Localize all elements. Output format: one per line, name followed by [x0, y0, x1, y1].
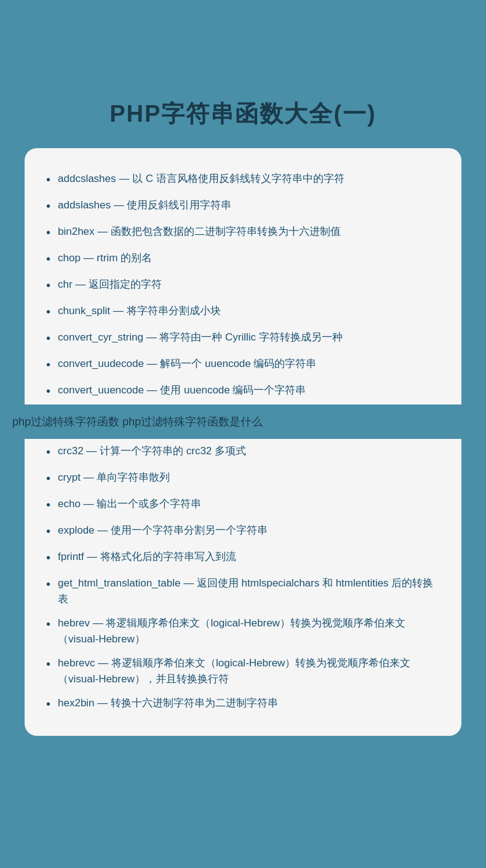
bullet-icon: • [46, 302, 50, 321]
page-background: PHP字符串函数大全(一) • addcslashes — 以 C 语言风格使用… [0, 0, 486, 868]
list-item: • chunk_split — 将字符串分割成小块 [46, 299, 440, 325]
page-title: PHP字符串函数大全(一) [0, 0, 486, 148]
list-item: • chr — 返回指定的字符 [46, 272, 440, 299]
item-text: crypt — 单向字符串散列 [58, 470, 440, 486]
bullet-icon: • [46, 615, 50, 633]
list-item: • addcslashes — 以 C 语言风格使用反斜线转义字符串中的字符 [46, 167, 440, 193]
bullet-icon: • [46, 197, 50, 215]
item-text: hebrev — 将逻辑顺序希伯来文（logical-Hebrew）转换为视觉顺… [58, 615, 440, 647]
search-bar-text: php过滤特殊字符函数 php过滤特殊字符函数是什么 [12, 416, 263, 428]
bullet-icon: • [46, 355, 50, 374]
item-text: bin2hex — 函数把包含数据的二进制字符串转换为十六进制值 [58, 224, 440, 240]
bullet-icon: • [46, 522, 50, 540]
list-item: • crypt — 单向字符串散列 [46, 465, 440, 492]
item-text: fprintf — 将格式化后的字符串写入到流 [58, 549, 440, 565]
list-item: • convert_cyr_string — 将字符由一种 Cyrillic 字… [46, 325, 440, 352]
list-item: • crc32 — 计算一个字符串的 crc32 多项式 [46, 439, 440, 465]
bullet-icon: • [46, 276, 50, 294]
bullet-icon: • [46, 469, 50, 487]
item-text: convert_cyr_string — 将字符由一种 Cyrillic 字符转… [58, 329, 440, 345]
item-text: chr — 返回指定的字符 [58, 277, 440, 293]
list-item: • chop — rtrim 的别名 [46, 246, 440, 272]
list-item: • convert_uuencode — 使用 uuencode 编码一个字符串 [46, 378, 440, 404]
item-text: crc32 — 计算一个字符串的 crc32 多项式 [58, 443, 440, 459]
item-text: chop — rtrim 的别名 [58, 250, 440, 266]
list-item: • addslashes — 使用反斜线引用字符串 [46, 193, 440, 219]
item-text: convert_uudecode — 解码一个 uuencode 编码的字符串 [58, 356, 440, 372]
bullet-icon: • [46, 575, 50, 593]
list-item: • hebrevc — 将逻辑顺序希伯来文（logical-Hebrew）转换为… [46, 651, 440, 691]
bullet-icon: • [46, 443, 50, 461]
list-item: • echo — 输出一个或多个字符串 [46, 492, 440, 518]
bullet-icon: • [46, 250, 50, 268]
item-text: convert_uuencode — 使用 uuencode 编码一个字符串 [58, 382, 440, 398]
list-item: • convert_uudecode — 解码一个 uuencode 编码的字符… [46, 352, 440, 378]
item-text: addslashes — 使用反斜线引用字符串 [58, 197, 440, 213]
bottom-list: • crc32 — 计算一个字符串的 crc32 多项式 • crypt — 单… [46, 439, 440, 717]
item-text: hebrevc — 将逻辑顺序希伯来文（logical-Hebrew）转换为视觉… [58, 655, 440, 687]
bullet-icon: • [46, 655, 50, 673]
list-item: • fprintf — 将格式化后的字符串写入到流 [46, 545, 440, 571]
card-bottom: • crc32 — 计算一个字符串的 crc32 多项式 • crypt — 单… [25, 439, 461, 736]
bullet-icon: • [46, 495, 50, 514]
top-list: • addcslashes — 以 C 语言风格使用反斜线转义字符串中的字符 •… [46, 167, 440, 404]
list-item: • hebrev — 将逻辑顺序希伯来文（logical-Hebrew）转换为视… [46, 611, 440, 651]
bullet-icon: • [46, 548, 50, 567]
item-text: chunk_split — 将字符串分割成小块 [58, 303, 440, 319]
card-top: • addcslashes — 以 C 语言风格使用反斜线转义字符串中的字符 •… [25, 148, 461, 404]
item-text: explode — 使用一个字符串分割另一个字符串 [58, 523, 440, 539]
list-item: • explode — 使用一个字符串分割另一个字符串 [46, 518, 440, 545]
bullet-icon: • [46, 382, 50, 400]
list-item: • get_html_translation_table — 返回使用 html… [46, 571, 440, 611]
item-text: get_html_translation_table — 返回使用 htmlsp… [58, 575, 440, 607]
search-bar: php过滤特殊字符函数 php过滤特殊字符函数是什么 [0, 404, 486, 439]
list-item: • bin2hex — 函数把包含数据的二进制字符串转换为十六进制值 [46, 219, 440, 246]
bullet-icon: • [46, 329, 50, 347]
bullet-icon: • [46, 170, 50, 189]
bullet-icon: • [46, 695, 50, 713]
item-text: addcslashes — 以 C 语言风格使用反斜线转义字符串中的字符 [58, 171, 440, 187]
bullet-icon: • [46, 223, 50, 242]
item-text: hex2bin — 转换十六进制字符串为二进制字符串 [58, 695, 440, 711]
list-item: • hex2bin — 转换十六进制字符串为二进制字符串 [46, 691, 440, 717]
item-text: echo — 输出一个或多个字符串 [58, 496, 440, 512]
